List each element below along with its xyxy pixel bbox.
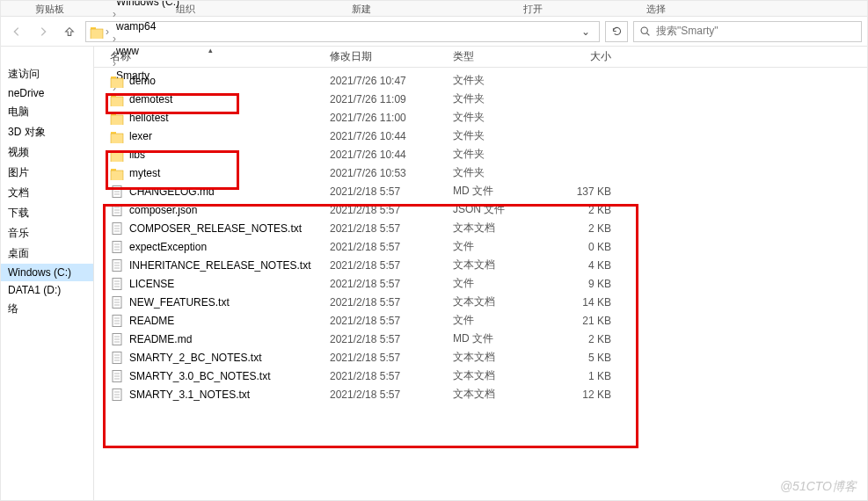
svg-rect-13 xyxy=(111,152,123,162)
file-row[interactable]: demo2021/7/26 10:47文件夹 xyxy=(94,71,867,90)
file-list: demo2021/7/26 10:47文件夹demotest2021/7/26 … xyxy=(94,68,867,403)
breadcrumb-item[interactable]: wamp64 xyxy=(111,20,185,33)
address-bar[interactable]: › 此电脑›Windows (C:)›wamp64›www›Smarty› ⌄ xyxy=(85,21,600,42)
file-type: 文件 xyxy=(453,313,551,328)
col-name[interactable]: 名称 xyxy=(110,49,330,64)
nav-item[interactable]: neDrive xyxy=(1,84,93,102)
svg-rect-5 xyxy=(111,78,123,88)
file-row[interactable]: lexer2021/7/26 10:44文件夹 xyxy=(94,127,867,145)
file-name: README xyxy=(129,315,174,327)
file-name: SMARTY_2_BC_NOTES.txt xyxy=(129,352,262,364)
file-type: MD 文件 xyxy=(453,331,551,346)
file-row[interactable]: README2021/2/18 5:57文件21 KB xyxy=(94,311,867,330)
nav-item[interactable]: 速访问 xyxy=(1,64,93,84)
file-row[interactable]: demotest2021/7/26 11:09文件夹 xyxy=(94,90,867,108)
sort-caret-icon: ▴ xyxy=(208,46,213,54)
file-size: 4 KB xyxy=(551,259,622,272)
file-icon xyxy=(110,351,124,365)
ribbon-select: 选择 xyxy=(616,1,696,16)
file-date: 2021/7/26 10:44 xyxy=(330,130,453,142)
nav-forward-button[interactable] xyxy=(33,21,54,42)
file-date: 2021/7/26 10:53 xyxy=(330,167,453,179)
file-date: 2021/2/18 5:57 xyxy=(330,352,453,364)
file-row[interactable]: CHANGELOG.md2021/2/18 5:57MD 文件137 KB xyxy=(94,182,867,200)
file-name: INHERITANCE_RELEASE_NOTES.txt xyxy=(129,259,311,272)
file-size: 12 KB xyxy=(551,388,622,401)
svg-line-3 xyxy=(647,33,650,36)
nav-tree[interactable]: 速访问neDrive电脑3D 对象视频图片文档下载音乐桌面Windows (C:… xyxy=(1,47,94,501)
file-name: SMARTY_3.1_NOTES.txt xyxy=(129,388,250,401)
file-type: 文本文档 xyxy=(453,368,551,383)
nav-item[interactable]: 下载 xyxy=(1,203,93,223)
column-headers[interactable]: ▴ 名称 修改日期 类型 大小 xyxy=(94,47,867,68)
nav-item[interactable]: 电脑 xyxy=(1,102,93,122)
file-name: composer.json xyxy=(129,204,197,216)
refresh-button[interactable] xyxy=(605,21,628,42)
nav-item[interactable]: 络 xyxy=(1,299,93,319)
search-input[interactable]: 搜索"Smarty" xyxy=(633,21,862,42)
file-row[interactable]: SMARTY_3.0_BC_NOTES.txt2021/2/18 5:57文本文… xyxy=(94,367,867,385)
file-type: 文本文档 xyxy=(453,387,551,402)
file-date: 2021/2/18 5:57 xyxy=(330,222,453,235)
file-row[interactable]: NEW_FEATURES.txt2021/2/18 5:57文本文档14 KB xyxy=(94,293,867,311)
file-row[interactable]: expectException2021/2/18 5:57文件0 KB xyxy=(94,237,867,256)
folder-icon xyxy=(110,166,124,180)
col-type[interactable]: 类型 xyxy=(453,49,551,64)
file-row[interactable]: composer.json2021/2/18 5:57JSON 文件2 KB xyxy=(94,200,867,219)
nav-item[interactable]: 音乐 xyxy=(1,223,93,243)
breadcrumb-item[interactable]: Windows (C:) xyxy=(111,0,185,8)
file-size: 137 KB xyxy=(551,185,622,198)
file-size: 2 KB xyxy=(551,204,622,216)
file-size: 5 KB xyxy=(551,352,622,364)
file-row[interactable]: hellotest2021/7/26 11:00文件夹 xyxy=(94,108,867,127)
chevron-right-icon: › xyxy=(111,33,118,45)
file-row[interactable]: COMPOSER_RELEASE_NOTES.txt2021/2/18 5:57… xyxy=(94,219,867,237)
nav-item[interactable]: 桌面 xyxy=(1,243,93,264)
file-type: 文本文档 xyxy=(453,350,551,365)
search-placeholder: 搜索"Smarty" xyxy=(656,24,718,39)
folder-icon xyxy=(110,148,124,162)
nav-item[interactable]: 文档 xyxy=(1,183,93,203)
file-type: 文件夹 xyxy=(453,165,551,180)
file-row[interactable]: libs2021/7/26 10:44文件夹 xyxy=(94,145,867,163)
nav-item[interactable]: 视频 xyxy=(1,142,93,163)
file-icon xyxy=(110,332,124,346)
file-type: 文件夹 xyxy=(453,110,551,125)
file-row[interactable]: mytest2021/7/26 10:53文件夹 xyxy=(94,163,867,182)
ribbon-clipboard: 剪贴板 xyxy=(1,1,98,16)
file-type: JSON 文件 xyxy=(453,202,551,217)
file-date: 2021/7/26 11:09 xyxy=(330,93,453,105)
nav-item[interactable]: Windows (C:) xyxy=(1,264,93,281)
folder-icon xyxy=(110,74,124,88)
file-row[interactable]: SMARTY_2_BC_NOTES.txt2021/2/18 5:57文本文档5… xyxy=(94,348,867,367)
file-icon xyxy=(110,203,124,217)
file-row[interactable]: README.md2021/2/18 5:57MD 文件2 KB xyxy=(94,330,867,348)
file-date: 2021/2/18 5:57 xyxy=(330,204,453,216)
svg-rect-7 xyxy=(111,97,123,106)
svg-rect-11 xyxy=(111,134,123,143)
file-icon xyxy=(110,258,124,272)
file-date: 2021/2/18 5:57 xyxy=(330,315,453,327)
file-row[interactable]: SMARTY_3.1_NOTES.txt2021/2/18 5:57文本文档12… xyxy=(94,385,867,403)
file-row[interactable]: INHERITANCE_RELEASE_NOTES.txt2021/2/18 5… xyxy=(94,256,867,274)
file-type: 文本文档 xyxy=(453,258,551,272)
svg-rect-1 xyxy=(91,29,103,39)
ribbon-open: 打开 xyxy=(449,1,616,16)
nav-item[interactable]: DATA1 (D:) xyxy=(1,281,93,299)
chevron-right-icon: › xyxy=(111,8,118,20)
nav-item[interactable]: 图片 xyxy=(1,163,93,183)
file-icon xyxy=(110,240,124,254)
address-bar-row: › 此电脑›Windows (C:)›wamp64›www›Smarty› ⌄ … xyxy=(1,17,867,47)
nav-back-button[interactable] xyxy=(6,21,27,42)
nav-item[interactable]: 3D 对象 xyxy=(1,122,93,142)
col-size[interactable]: 大小 xyxy=(551,49,622,64)
file-size: 2 KB xyxy=(551,333,622,345)
nav-up-button[interactable] xyxy=(59,21,80,42)
file-row[interactable]: LICENSE2021/2/18 5:57文件9 KB xyxy=(94,274,867,293)
address-dropdown-button[interactable]: ⌄ xyxy=(576,25,595,38)
file-date: 2021/2/18 5:57 xyxy=(330,370,453,382)
watermark: @51CTO博客 xyxy=(780,479,857,495)
file-date: 2021/7/26 10:47 xyxy=(330,75,453,87)
col-date[interactable]: 修改日期 xyxy=(330,49,453,64)
file-date: 2021/2/18 5:57 xyxy=(330,278,453,290)
